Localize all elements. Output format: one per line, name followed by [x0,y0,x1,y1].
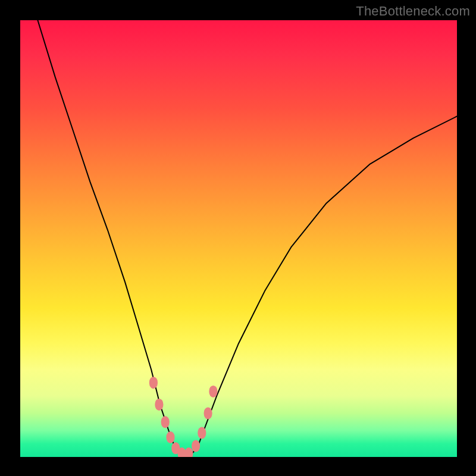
curve-marker [192,440,200,452]
curve-marker [167,431,175,443]
curve-marker [184,447,193,457]
curve-marker [155,399,163,411]
watermark-text: TheBottleneck.com [356,4,470,19]
marker-layer [149,377,218,457]
chart-svg [20,20,457,457]
plot-area [20,20,457,457]
curve-marker [149,377,158,389]
curve-marker [204,408,212,419]
curve-marker [209,386,217,397]
curve-marker [161,416,170,428]
bottleneck-curve [37,20,457,455]
curve-marker [198,427,206,439]
chart-stage: TheBottleneck.com [0,0,476,476]
